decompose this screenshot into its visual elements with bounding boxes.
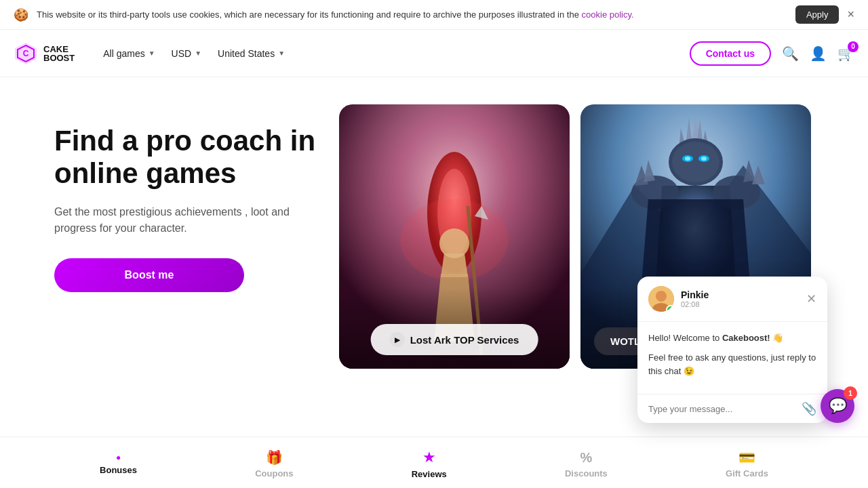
coupons-label: Coupons bbox=[255, 468, 293, 479]
search-button[interactable]: 🔍 bbox=[782, 45, 799, 62]
chat-agent-info: Pinkie 02:08 bbox=[681, 289, 709, 308]
all-games-menu[interactable]: All games ▼ bbox=[95, 43, 163, 64]
discounts-percent-icon: % bbox=[580, 450, 593, 466]
bottom-item-coupons[interactable]: 🎁 Coupons bbox=[255, 449, 293, 479]
chat-emoji1: 👋 bbox=[772, 333, 783, 343]
cookie-message: This website or its third-party tools us… bbox=[37, 9, 579, 20]
chat-widget: Pinkie 02:08 ✕ Hello! Welcome to Cakeboo… bbox=[637, 277, 827, 424]
currency-menu[interactable]: USD ▼ bbox=[163, 43, 210, 64]
cookie-banner: 🍪 This website or its third-party tools … bbox=[0, 0, 868, 30]
region-chevron-icon: ▼ bbox=[278, 49, 285, 57]
chat-emoji2: 😉 bbox=[684, 366, 694, 376]
chat-fab-icon: 💬 bbox=[829, 397, 847, 415]
coupons-gift-icon: 🎁 bbox=[266, 449, 283, 466]
account-button[interactable]: 👤 bbox=[810, 45, 827, 62]
lost-ark-play-icon: ▶ bbox=[390, 332, 405, 347]
lost-ark-label[interactable]: ▶ Lost Ark TOP Services bbox=[371, 324, 538, 355]
chat-notification-badge: 1 bbox=[844, 386, 857, 400]
region-label: United States bbox=[218, 48, 275, 59]
hero-text: Find a pro coach in online games Get the… bbox=[54, 104, 326, 436]
gift-cards-label: Gift Cards bbox=[726, 468, 768, 479]
svg-point-21 bbox=[672, 142, 719, 182]
hero-title: Find a pro coach in online games bbox=[54, 125, 326, 190]
bonuses-label: Bonuses bbox=[100, 465, 137, 475]
cookie-close-button[interactable]: × bbox=[847, 7, 854, 22]
hero-subtitle: Get the most prestigious achievements , … bbox=[54, 204, 326, 237]
bonuses-dot-icon: ● bbox=[116, 453, 121, 462]
chat-agent-avatar bbox=[648, 286, 674, 312]
lost-ark-card[interactable]: ▶ Lost Ark TOP Services bbox=[339, 104, 570, 369]
chat-message-1: Hello! Welcome to Cakeboost! 👋 bbox=[648, 331, 816, 345]
bottom-item-discounts[interactable]: % Discounts bbox=[565, 450, 608, 479]
chat-brand: Cakeboost! bbox=[722, 333, 770, 343]
avatar-image bbox=[648, 286, 674, 312]
cookie-icon: 🍪 bbox=[14, 7, 28, 22]
logo-icon: C bbox=[14, 41, 38, 66]
chat-body: Hello! Welcome to Cakeboost! 👋 Feel free… bbox=[637, 322, 827, 394]
gift-cards-icon: 💳 bbox=[738, 449, 755, 466]
chat-msg1-text: Hello! Welcome to bbox=[648, 333, 719, 343]
svg-point-10 bbox=[439, 228, 469, 258]
chat-time: 02:08 bbox=[681, 300, 709, 308]
chat-input-row: 📎 bbox=[637, 394, 827, 423]
region-menu[interactable]: United States ▼ bbox=[210, 43, 293, 64]
lost-ark-label-text: Lost Ark TOP Services bbox=[410, 334, 519, 346]
svg-point-35 bbox=[656, 291, 667, 302]
chat-fab-button[interactable]: 💬 1 bbox=[821, 389, 854, 423]
bottom-item-reviews[interactable]: ★ Reviews bbox=[412, 449, 447, 479]
header: C CAKE BOOST All games ▼ USD ▼ United St… bbox=[0, 30, 868, 77]
cart-button[interactable]: 🛒 0 bbox=[837, 45, 854, 62]
currency-label: USD bbox=[172, 48, 192, 59]
svg-point-25 bbox=[701, 157, 707, 161]
svg-point-24 bbox=[685, 157, 690, 161]
reviews-label: Reviews bbox=[412, 469, 447, 479]
chat-attach-icon[interactable]: 📎 bbox=[802, 401, 816, 416]
cart-badge: 0 bbox=[848, 41, 859, 52]
reviews-star-icon: ★ bbox=[422, 449, 436, 466]
cookie-text: This website or its third-party tools us… bbox=[37, 9, 787, 20]
bottom-item-bonuses[interactable]: ● Bonuses bbox=[100, 453, 137, 475]
chat-agent-name: Pinkie bbox=[681, 289, 709, 300]
discounts-label: Discounts bbox=[565, 468, 608, 479]
main-content: Find a pro coach in online games Get the… bbox=[0, 77, 868, 488]
cookie-policy-link[interactable]: cookie policy. bbox=[582, 9, 634, 20]
logo-text: CAKE BOOST bbox=[43, 45, 75, 62]
bottom-bar: ● Bonuses 🎁 Coupons ★ Reviews % Discount… bbox=[0, 436, 868, 488]
chat-msg2-text: Feel free to ask any questions, just rep… bbox=[648, 352, 816, 376]
bottom-item-gift-cards[interactable]: 💳 Gift Cards bbox=[726, 449, 768, 479]
currency-chevron-icon: ▼ bbox=[195, 49, 201, 57]
chat-message-2: Feel free to ask any questions, just rep… bbox=[648, 351, 816, 378]
boost-me-button[interactable]: Boost me bbox=[54, 258, 244, 292]
svg-text:C: C bbox=[23, 49, 29, 58]
contact-us-button[interactable]: Contact us bbox=[690, 41, 771, 66]
all-games-chevron-icon: ▼ bbox=[149, 49, 155, 57]
chat-message-input[interactable] bbox=[648, 404, 796, 414]
all-games-label: All games bbox=[103, 48, 144, 59]
cookie-apply-button[interactable]: Apply bbox=[795, 5, 840, 24]
logo-link[interactable]: C CAKE BOOST bbox=[14, 41, 75, 66]
chat-header: Pinkie 02:08 ✕ bbox=[637, 277, 827, 322]
header-right: Contact us 🔍 👤 🛒 0 bbox=[690, 41, 854, 66]
chat-close-button[interactable]: ✕ bbox=[806, 291, 816, 306]
